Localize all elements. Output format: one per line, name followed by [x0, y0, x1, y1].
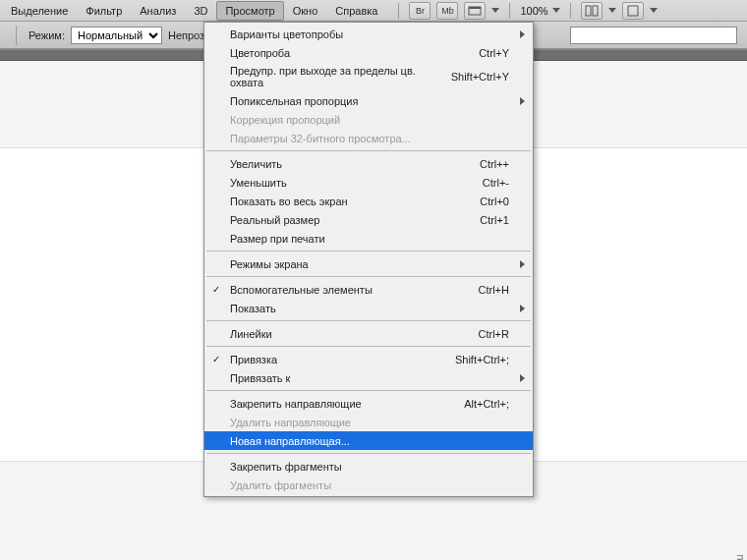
svg-rect-4 — [628, 6, 638, 16]
menu-item-shortcut: Shift+Ctrl+Y — [451, 71, 509, 83]
menu-separator — [206, 150, 531, 151]
launch-minibridge-button[interactable]: Mb — [436, 2, 458, 20]
menu-item[interactable]: Закрепить фрагменты — [204, 457, 533, 476]
check-icon: ✓ — [212, 284, 220, 295]
menu-item[interactable]: Варианты цветопробы — [204, 25, 533, 43]
menu-item[interactable]: Показать во весь экранCtrl+0 — [204, 192, 533, 210]
menu-filter[interactable]: Фильтр — [77, 1, 131, 21]
menu-item: Удалить фрагменты — [204, 476, 533, 494]
menu-item-shortcut: Ctrl+0 — [480, 196, 509, 207]
menu-item: Удалить направляющие — [204, 413, 533, 431]
menu-item-label: Привязка — [230, 354, 277, 365]
menu-item[interactable]: Показать — [204, 299, 533, 317]
menu-item-label: Показать во весь экран — [230, 196, 348, 207]
menu-item-shortcut: Ctrl+- — [483, 177, 509, 189]
menu-separator — [206, 276, 531, 277]
svg-rect-3 — [593, 6, 598, 16]
menu-separator — [206, 453, 531, 454]
menu-item[interactable]: Реальный размерCtrl+1 — [204, 210, 533, 229]
menu-item-label: Реальный размер — [230, 214, 319, 226]
separator — [570, 3, 571, 19]
menu-item-label: Режимы экрана — [230, 258, 309, 270]
menu-item[interactable]: ЦветопробаCtrl+Y — [204, 43, 533, 62]
menu-item[interactable]: Новая направляющая... — [204, 431, 533, 450]
view-menu-dropdown: Варианты цветопробыЦветопробаCtrl+YПреду… — [203, 22, 534, 497]
menu-view[interactable]: Просмотр — [216, 1, 283, 21]
menu-item-label: Предупр. при выходе за пределы цв. охват… — [230, 65, 451, 88]
menu-item[interactable]: УвеличитьCtrl++ — [204, 154, 533, 173]
zoom-level[interactable]: 100% — [520, 5, 559, 17]
menu-item-label: Показать — [230, 303, 276, 314]
menu-item-label: Удалить фрагменты — [230, 479, 331, 491]
menu-3d[interactable]: 3D — [185, 1, 216, 21]
menu-item-shortcut: Ctrl+Y — [479, 47, 509, 59]
options-right-field[interactable] — [570, 27, 737, 44]
launch-bridge-button[interactable]: Br — [409, 2, 431, 20]
menu-item-label: Цветопроба — [230, 47, 290, 59]
menu-item-shortcut: Ctrl+1 — [480, 214, 509, 226]
menu-item-label: Линейки — [230, 328, 272, 340]
menu-item-label: Привязать к — [230, 372, 290, 384]
menu-item[interactable]: Размер при печати — [204, 229, 533, 248]
menu-item: Коррекция пропорций — [204, 110, 533, 129]
menu-item-label: Уменьшить — [230, 177, 287, 189]
menu-separator — [206, 346, 531, 347]
separator — [16, 26, 17, 45]
mode-select[interactable]: Нормальный — [71, 27, 162, 44]
menu-item-label: Попиксельная пропорция — [230, 95, 358, 107]
menu-item[interactable]: ✓ПривязкаShift+Ctrl+; — [204, 350, 533, 368]
menu-item[interactable]: Закрепить направляющиеAlt+Ctrl+; — [204, 394, 533, 413]
menu-item-label: Новая направляющая... — [230, 435, 350, 447]
menubar: Выделение Фильтр Анализ 3D Просмотр Окно… — [0, 0, 747, 22]
menu-item-label: Вспомогательные элементы — [230, 284, 373, 296]
arrange-documents-button[interactable] — [581, 2, 603, 20]
menu-item-label: Закрепить направляющие — [230, 398, 362, 410]
menu-item[interactable]: ЛинейкиCtrl+R — [204, 324, 533, 343]
submenu-arrow-icon — [520, 97, 525, 105]
menu-item-label: Размер при печати — [230, 233, 325, 245]
menu-item-label: Коррекция пропорций — [230, 114, 340, 126]
watermark: metanka.livemaster.ru — [733, 554, 745, 560]
menu-item[interactable]: ✓Вспомогательные элементыCtrl+H — [204, 280, 533, 299]
dropdown-arrow-icon — [608, 8, 616, 13]
menu-item[interactable]: Предупр. при выходе за пределы цв. охват… — [204, 62, 533, 91]
menu-item-label: Варианты цветопробы — [230, 28, 343, 40]
menu-item-label: Закрепить фрагменты — [230, 461, 342, 473]
menu-item-label: Удалить направляющие — [230, 417, 351, 428]
menu-help[interactable]: Справка — [326, 1, 386, 21]
mode-label: Режим: — [29, 29, 65, 41]
svg-rect-2 — [586, 6, 591, 16]
menu-separator — [206, 390, 531, 391]
menu-item-shortcut: Ctrl+H — [479, 284, 509, 296]
svg-rect-1 — [469, 7, 481, 9]
menu-item-shortcut: Ctrl++ — [480, 158, 509, 170]
menubar-tools: Br Mb 100% — [394, 2, 657, 20]
menu-separator — [206, 251, 531, 252]
menu-window[interactable]: Окно — [284, 1, 327, 21]
menu-item[interactable]: Попиксельная пропорция — [204, 91, 533, 110]
view-extras-button[interactable] — [464, 2, 486, 20]
menu-item[interactable]: Режимы экрана — [204, 254, 533, 273]
menu-item-label: Увеличить — [230, 158, 282, 170]
dropdown-arrow-icon — [650, 8, 658, 13]
zoom-value: 100% — [520, 5, 547, 17]
menu-item-label: Параметры 32-битного просмотра... — [230, 133, 411, 144]
menu-selection[interactable]: Выделение — [2, 1, 77, 21]
dropdown-arrow-icon — [552, 8, 560, 13]
submenu-arrow-icon — [520, 260, 525, 268]
submenu-arrow-icon — [520, 374, 525, 382]
check-icon: ✓ — [212, 354, 220, 364]
menu-item: Параметры 32-битного просмотра... — [204, 129, 533, 147]
menu-item[interactable]: Привязать к — [204, 368, 533, 387]
separator — [509, 3, 510, 19]
menu-item-shortcut: Alt+Ctrl+; — [464, 398, 509, 410]
submenu-arrow-icon — [520, 305, 525, 312]
screen-mode-button[interactable] — [622, 2, 644, 20]
dropdown-arrow-icon — [491, 8, 499, 13]
menu-separator — [206, 320, 531, 321]
menu-analysis[interactable]: Анализ — [131, 1, 185, 21]
menu-item-shortcut: Shift+Ctrl+; — [455, 354, 509, 365]
menu-item[interactable]: УменьшитьCtrl+- — [204, 173, 533, 192]
submenu-arrow-icon — [520, 30, 525, 38]
menu-item-shortcut: Ctrl+R — [479, 328, 509, 340]
